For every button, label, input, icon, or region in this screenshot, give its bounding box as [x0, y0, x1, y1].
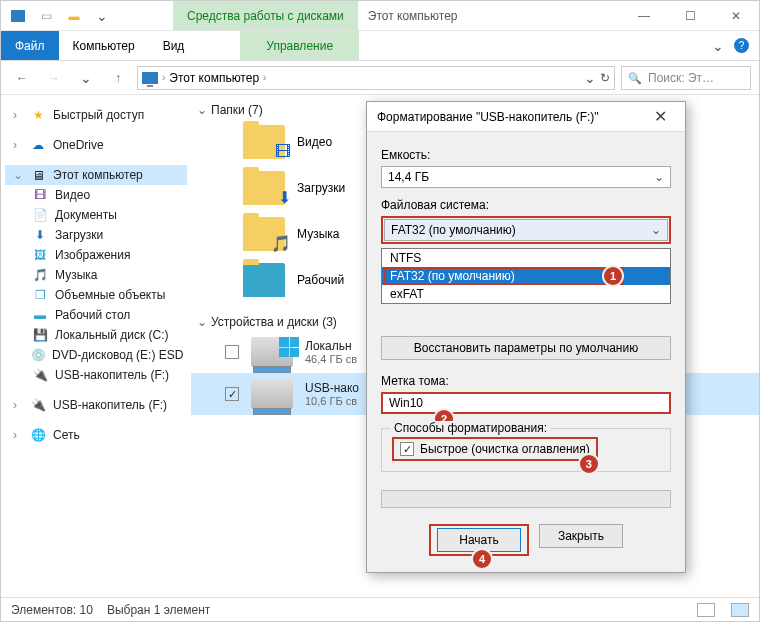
dialog-title: Форматирование "USB-накопитель (F:)" [377, 110, 645, 124]
sidebar-item-network[interactable]: ›Сеть [5, 425, 187, 445]
annotation-badge-1: 1 [604, 267, 622, 285]
usb-icon [31, 368, 49, 382]
system-icon[interactable] [7, 5, 29, 27]
checkbox[interactable] [225, 387, 239, 401]
format-dialog: Форматирование "USB-накопитель (F:)" ✕ Е… [366, 101, 686, 573]
nav-up-button[interactable]: ↑ [105, 65, 131, 91]
chevron-down-icon: ⌄ [651, 223, 661, 237]
nav-history-button[interactable] [73, 65, 99, 91]
address-segment[interactable]: Этот компьютер [169, 71, 259, 85]
qat-customize-icon[interactable] [91, 5, 113, 27]
sidebar-item-quick-access[interactable]: ›Быстрый доступ [5, 105, 187, 125]
tab-manage[interactable]: Управление [240, 31, 359, 60]
sidebar-item-3d-objects[interactable]: Объемные объекты [5, 285, 187, 305]
label-filesystem: Файловая система: [381, 198, 671, 212]
search-input[interactable]: Поиск: Эт… [621, 66, 751, 90]
tab-file[interactable]: Файл [1, 31, 59, 60]
navigation-pane: ›Быстрый доступ ›OneDrive ⌄Этот компьюте… [1, 95, 191, 597]
label-volume-label: Метка тома: [381, 374, 671, 388]
sidebar-item-dvd[interactable]: DVD-дисковод (E:) ESD [5, 345, 187, 365]
cloud-icon [29, 138, 47, 152]
contextual-tab-disk-tools[interactable]: Средства работы с дисками [173, 1, 358, 30]
usb-icon [29, 398, 47, 412]
sidebar-item-this-pc[interactable]: ⌄Этот компьютер [5, 165, 187, 185]
folder-icon: ⬇ [243, 171, 285, 205]
window-title: Этот компьютер [358, 1, 621, 30]
sidebar-item-documents[interactable]: Документы [5, 205, 187, 225]
group-legend: Способы форматирования: [390, 421, 551, 435]
dialog-titlebar[interactable]: Форматирование "USB-накопитель (F:)" ✕ [367, 102, 685, 132]
chevron-down-icon: ⌄ [654, 170, 664, 184]
checkbox[interactable] [225, 345, 239, 359]
minimize-button[interactable]: — [621, 1, 667, 30]
disk-icon [31, 328, 49, 342]
annotation-badge-3: 3 [580, 455, 598, 473]
sidebar-item-usb-2[interactable]: ›USB-накопитель (F:) [5, 395, 187, 415]
sidebar-item-desktop[interactable]: Рабочий стол [5, 305, 187, 325]
pictures-icon [31, 248, 49, 262]
tab-view[interactable]: Вид [149, 31, 199, 60]
address-dropdown-icon[interactable] [584, 70, 596, 86]
format-progress-bar [381, 490, 671, 508]
desktop-icon [31, 308, 49, 322]
ribbon: Файл Компьютер Вид Управление ? [1, 31, 759, 61]
maximize-button[interactable]: ☐ [667, 1, 713, 30]
drive-icon [251, 379, 293, 409]
close-button[interactable]: ✕ [713, 1, 759, 30]
chevron-right-icon[interactable]: › [263, 72, 266, 83]
sidebar-item-onedrive[interactable]: ›OneDrive [5, 135, 187, 155]
folder-icon: 🎵 [243, 217, 285, 251]
document-icon [31, 208, 49, 222]
dvd-icon [31, 348, 46, 362]
sidebar-item-pictures[interactable]: Изображения [5, 245, 187, 265]
address-bar[interactable]: › Этот компьютер › ↻ [137, 66, 615, 90]
titlebar: ▭ ▬ Средства работы с дисками Этот компь… [1, 1, 759, 31]
refresh-icon[interactable]: ↻ [600, 71, 610, 85]
chevron-right-icon: › [162, 72, 165, 83]
this-pc-icon [142, 72, 158, 84]
fs-option-ntfs[interactable]: NTFS [382, 249, 670, 267]
start-button[interactable]: Начать [437, 528, 521, 552]
qat-new-folder-icon[interactable]: ▬ [63, 5, 85, 27]
fs-option-exfat[interactable]: exFAT [382, 285, 670, 303]
sidebar-item-local-disk[interactable]: Локальный диск (C:) [5, 325, 187, 345]
music-icon [31, 268, 49, 282]
format-methods-group: Способы форматирования: Быстрое (очистка… [381, 428, 671, 472]
fs-option-fat32[interactable]: FAT32 (по умолчанию) 1 [382, 267, 670, 285]
sidebar-item-music[interactable]: Музыка [5, 265, 187, 285]
view-details-icon[interactable] [697, 603, 715, 617]
filesystem-dropdown: NTFS FAT32 (по умолчанию) 1 exFAT [381, 248, 671, 304]
nav-back-button[interactable]: ← [9, 65, 35, 91]
sidebar-item-downloads[interactable]: Загрузки [5, 225, 187, 245]
folder-icon [243, 263, 285, 297]
quick-format-label: Быстрое (очистка оглавления) [420, 442, 590, 456]
filesystem-combobox[interactable]: FAT32 (по умолчанию) ⌄ [384, 219, 668, 241]
windows-flag-icon [279, 337, 299, 357]
search-placeholder: Поиск: Эт… [648, 71, 714, 85]
status-item-count: Элементов: 10 [11, 603, 93, 617]
label-capacity: Емкость: [381, 148, 671, 162]
film-icon [31, 188, 49, 202]
status-bar: Элементов: 10 Выбран 1 элемент [1, 597, 759, 621]
capacity-combobox[interactable]: 14,4 ГБ ⌄ [381, 166, 671, 188]
close-dialog-button[interactable]: Закрыть [539, 524, 623, 548]
volume-label-input[interactable]: Win10 [381, 392, 671, 414]
qat-properties-icon[interactable]: ▭ [35, 5, 57, 27]
network-icon [29, 428, 47, 442]
ribbon-expand-icon[interactable] [712, 38, 724, 54]
navigation-row: ← → ↑ › Этот компьютер › ↻ Поиск: Эт… [1, 61, 759, 95]
folder-icon: 🎞 [243, 125, 285, 159]
search-icon [628, 71, 642, 85]
quick-access-toolbar: ▭ ▬ [1, 1, 113, 30]
restore-defaults-button[interactable]: Восстановить параметры по умолчанию [381, 336, 671, 360]
view-tiles-icon[interactable] [731, 603, 749, 617]
sidebar-item-videos[interactable]: Видео [5, 185, 187, 205]
dialog-close-button[interactable]: ✕ [645, 107, 675, 126]
download-icon [31, 228, 49, 242]
status-selection: Выбран 1 элемент [107, 603, 210, 617]
help-icon[interactable]: ? [734, 38, 749, 53]
nav-forward-button[interactable]: → [41, 65, 67, 91]
sidebar-item-usb-1[interactable]: USB-накопитель (F:) [5, 365, 187, 385]
quick-format-checkbox[interactable] [400, 442, 414, 456]
tab-computer[interactable]: Компьютер [59, 31, 149, 60]
